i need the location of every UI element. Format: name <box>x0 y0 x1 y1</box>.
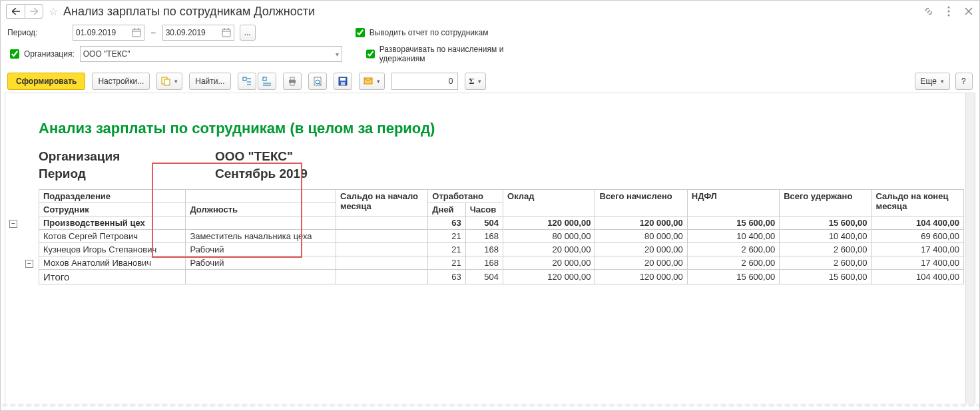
cell-withheld: 15 600,00 <box>780 216 871 230</box>
help-button[interactable]: ? <box>955 73 973 90</box>
checkbox-expand-label: Разворачивать по начислениям и удержания… <box>379 45 510 63</box>
favorite-star-icon[interactable]: ☆ <box>49 5 58 18</box>
svg-rect-22 <box>290 83 294 85</box>
dropdown-icon[interactable]: ▾ <box>336 51 339 58</box>
cell-ndfl: 10 400,00 <box>687 230 779 243</box>
table-row[interactable]: Кузнецов Игорь СтепановичРабочий2116820 … <box>39 243 964 256</box>
cell-end: 69 600,00 <box>871 230 963 243</box>
checkbox-expand[interactable]: Разворачивать по начислениям и удержания… <box>364 45 510 63</box>
variants-button[interactable]: ▾ <box>156 73 182 90</box>
cell-end: 104 400,00 <box>871 216 963 230</box>
link-icon[interactable] <box>923 6 934 17</box>
torn-edge-decoration <box>1 404 979 410</box>
report-table: Подразделение Сальдо на начало месяца От… <box>39 189 964 284</box>
more-button[interactable]: Еще▾ <box>915 73 950 90</box>
cell-hours: 168 <box>465 256 503 270</box>
cell-saldo-begin <box>336 256 427 270</box>
cell-pos <box>186 216 336 230</box>
checkbox-expand-input[interactable] <box>366 49 375 59</box>
total-label: Итого <box>39 270 186 284</box>
checkbox-by-employee[interactable]: Выводить отчет по сотрудникам <box>353 26 489 39</box>
cell-saldo-begin <box>336 243 427 256</box>
svg-rect-17 <box>263 77 266 81</box>
svg-point-2 <box>948 15 950 17</box>
cell-ndfl: 2 600,00 <box>687 243 779 256</box>
col-worked: Отработано <box>428 190 503 203</box>
date-range-dash: – <box>151 28 156 37</box>
calendar-icon[interactable] <box>132 28 141 37</box>
total-end: 104 400,00 <box>871 270 963 284</box>
total-days: 63 <box>428 270 465 284</box>
cell-days: 21 <box>428 256 465 270</box>
kebab-menu-icon[interactable] <box>943 6 954 17</box>
organization-label: Организация: <box>24 49 75 59</box>
vertical-scrollbar[interactable] <box>965 93 975 406</box>
cell-days: 21 <box>428 230 465 243</box>
cell-hours: 168 <box>465 243 503 256</box>
cell-salary: 20 000,00 <box>503 256 595 270</box>
report-org-value: ООО "ТЕКС" <box>215 149 293 164</box>
col-saldo-begin: Сальдо на начало месяца <box>336 190 427 216</box>
col-pos: Должность <box>186 203 336 216</box>
sum-input[interactable]: 0 <box>391 73 458 90</box>
settings-button[interactable]: Настройки... <box>92 73 150 90</box>
organization-input[interactable]: ООО "ТЕКС" ▾ <box>80 46 342 62</box>
collapse-all-button[interactable] <box>258 73 276 90</box>
total-withheld: 15 600,00 <box>780 270 871 284</box>
cell-withheld: 2 600,00 <box>780 243 871 256</box>
save-button[interactable] <box>334 73 352 90</box>
close-icon[interactable] <box>963 6 974 17</box>
total-accrued: 120 000,00 <box>595 270 687 284</box>
col-dept: Подразделение <box>39 190 186 203</box>
svg-rect-28 <box>341 82 345 85</box>
checkbox-organization-input[interactable] <box>10 49 19 59</box>
tree-collapse-icon[interactable]: − <box>9 220 17 228</box>
table-row[interactable]: Котов Сергей ПетровичЗаместитель начальн… <box>39 230 964 243</box>
nav-forward-button[interactable] <box>25 4 43 19</box>
cell-saldo-begin <box>336 230 427 243</box>
col-pos-empty <box>186 190 336 203</box>
cell-end: 17 400,00 <box>871 243 963 256</box>
cell-accrued: 120 000,00 <box>595 216 687 230</box>
email-button[interactable]: ▾ <box>359 73 385 90</box>
print-button[interactable] <box>283 73 302 90</box>
run-report-button[interactable]: Сформировать <box>7 73 85 90</box>
cell-salary: 80 000,00 <box>503 230 595 243</box>
total-pos <box>186 270 336 284</box>
svg-rect-13 <box>243 77 246 81</box>
calendar-icon[interactable] <box>222 28 231 37</box>
svg-point-1 <box>948 11 950 13</box>
cell-name: Котов Сергей Петрович <box>39 230 186 243</box>
report-area: − − Анализ зарплаты по сотрудникам (в це… <box>5 93 975 406</box>
preview-button[interactable] <box>308 73 327 90</box>
svg-rect-27 <box>340 78 346 81</box>
expand-all-button[interactable] <box>238 73 256 90</box>
window-title: Анализ зарплаты по сотрудникам Должности <box>63 5 923 19</box>
date-to-input[interactable]: 30.09.2019 <box>162 25 234 41</box>
period-picker-button[interactable]: ... <box>240 25 256 41</box>
table-row[interactable]: Производственный цех63504120 000,00120 0… <box>39 216 964 230</box>
cell-saldo-begin <box>336 216 427 230</box>
col-ndfl: НДФЛ <box>687 190 779 216</box>
nav-back-button[interactable] <box>6 4 25 19</box>
col-salary: Оклад <box>503 190 595 216</box>
tree-collapse-row-icon[interactable]: − <box>25 260 33 268</box>
find-button[interactable]: Найти... <box>189 73 230 90</box>
cell-accrued: 80 000,00 <box>595 230 687 243</box>
svg-rect-21 <box>290 77 294 80</box>
sigma-button[interactable]: Σ▾ <box>465 73 487 90</box>
checkbox-organization[interactable]: Организация: <box>7 47 75 61</box>
cell-accrued: 20 000,00 <box>595 256 687 270</box>
checkbox-by-employee-input[interactable] <box>356 28 365 37</box>
date-from-input[interactable]: 01.09.2019 <box>73 25 144 41</box>
col-withheld: Всего удержано <box>780 190 871 216</box>
cell-hours: 168 <box>465 230 503 243</box>
cell-name: Мохов Анатолий Иванович <box>39 256 186 270</box>
checkbox-by-employee-label: Выводить отчет по сотрудникам <box>369 28 489 37</box>
report-period-key: Период <box>39 167 215 181</box>
cell-pos: Рабочий <box>186 243 336 256</box>
total-hours: 504 <box>465 270 503 284</box>
date-to-value: 30.09.2019 <box>166 28 206 37</box>
table-row[interactable]: Мохов Анатолий ИвановичРабочий2116820 00… <box>39 256 964 270</box>
cell-pos: Заместитель начальника цеха <box>186 230 336 243</box>
